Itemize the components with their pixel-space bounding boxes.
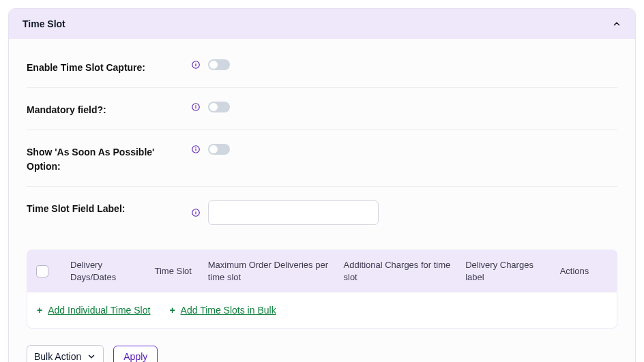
asap-label: Show 'As Soon As Possible' Option:: [27, 144, 190, 174]
chevron-down-icon: [87, 352, 96, 361]
th-actions: Actions: [560, 265, 608, 277]
info-icon[interactable]: [190, 144, 201, 155]
row-mandatory: Mandatory field?:: [27, 88, 617, 130]
enable-capture-toggle[interactable]: [208, 59, 230, 70]
bulk-action-select[interactable]: Bulk Action: [27, 345, 104, 362]
mandatory-toggle[interactable]: [208, 102, 230, 112]
chevron-up-icon: [612, 19, 621, 29]
add-bulk-label: Add Time Slots in Bulk: [181, 305, 276, 316]
th-charges-label: Delivery Charges label: [465, 259, 555, 283]
table-header: Delivery Days/Dates Time Slot Maximum Or…: [27, 250, 617, 292]
enable-capture-label: Enable Time Slot Capture:: [27, 59, 190, 75]
row-enable-capture: Enable Time Slot Capture:: [27, 46, 617, 88]
svg-point-8: [195, 147, 196, 148]
select-all-checkbox[interactable]: [36, 265, 48, 277]
mandatory-label: Mandatory field?:: [27, 102, 190, 117]
svg-point-11: [195, 211, 196, 211]
svg-point-2: [195, 63, 196, 63]
panel-header[interactable]: Time Slot: [9, 9, 635, 39]
add-individual-button[interactable]: + Add Individual Time Slot: [37, 305, 150, 316]
bulk-action-label: Bulk Action: [34, 351, 81, 362]
field-label-input[interactable]: [208, 200, 379, 225]
info-icon[interactable]: [190, 207, 201, 218]
th-max: Maximum Order Deliveries per time slot: [208, 259, 338, 283]
panel-title: Time Slot: [23, 18, 65, 29]
asap-toggle[interactable]: [208, 144, 230, 155]
apply-button[interactable]: Apply: [113, 346, 158, 362]
row-field-label: Time Slot Field Label:: [27, 187, 617, 237]
panel-body: Enable Time Slot Capture: Mandatory fiel…: [9, 39, 635, 362]
plus-icon: +: [37, 305, 42, 316]
add-individual-label: Add Individual Time Slot: [48, 305, 150, 316]
footer-row: Bulk Action Apply: [27, 345, 617, 362]
th-slot: Time Slot: [154, 265, 202, 277]
plus-icon: +: [169, 305, 175, 316]
th-days: Delivery Days/Dates: [70, 259, 149, 283]
row-asap: Show 'As Soon As Possible' Option:: [27, 130, 617, 187]
field-label-label: Time Slot Field Label:: [27, 200, 190, 216]
th-charges: Additional Charges for time slot: [344, 259, 460, 283]
svg-point-5: [195, 105, 196, 106]
add-bulk-button[interactable]: + Add Time Slots in Bulk: [169, 305, 276, 316]
info-icon[interactable]: [190, 59, 201, 70]
table-empty-actions: + Add Individual Time Slot + Add Time Sl…: [27, 292, 617, 329]
time-slot-panel: Time Slot Enable Time Slot Capture: Mand…: [8, 8, 636, 362]
info-icon[interactable]: [190, 102, 201, 112]
